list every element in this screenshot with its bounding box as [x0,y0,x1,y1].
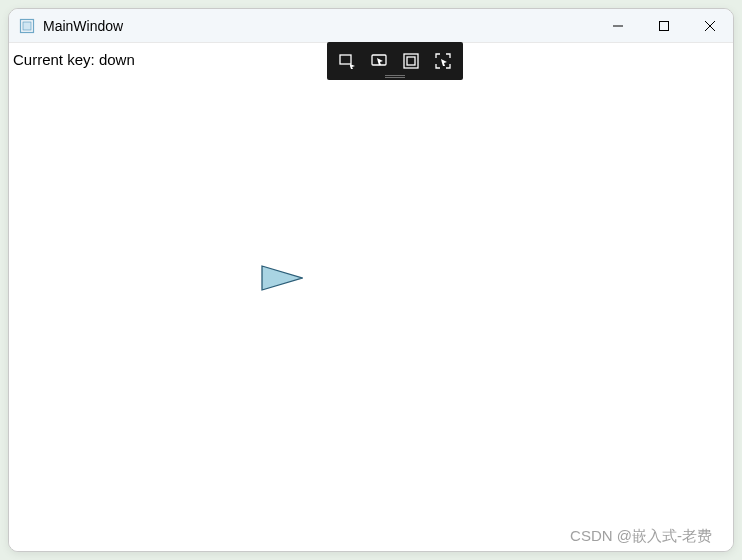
app-icon [19,18,35,34]
svg-rect-12 [407,57,415,65]
svg-rect-3 [660,21,669,30]
svg-marker-6 [262,266,302,290]
current-key-prefix: Current key: [13,51,99,68]
titlebar: MainWindow [9,9,733,43]
svg-rect-7 [340,55,351,64]
svg-marker-10 [377,58,383,65]
main-window: MainWindow Current key: down [8,8,734,552]
window-controls [595,9,733,42]
cursor-region-icon[interactable] [366,48,392,74]
client-area: Current key: down [9,43,733,551]
minimize-button[interactable] [595,9,641,42]
player-triangle [261,265,303,294]
svg-rect-1 [23,22,31,30]
fullscreen-snip-icon[interactable] [430,48,456,74]
drag-handle-icon[interactable] [385,75,405,78]
svg-marker-8 [350,64,355,69]
close-button[interactable] [687,9,733,42]
maximize-button[interactable] [641,9,687,42]
snip-toolbar [327,42,463,80]
svg-marker-13 [441,59,447,66]
window-title: MainWindow [43,18,595,34]
rectangular-snip-icon[interactable] [334,48,360,74]
svg-rect-11 [404,54,418,68]
current-key-label: Current key: down [13,51,135,68]
window-snip-icon[interactable] [398,48,424,74]
current-key-value: down [99,51,135,68]
